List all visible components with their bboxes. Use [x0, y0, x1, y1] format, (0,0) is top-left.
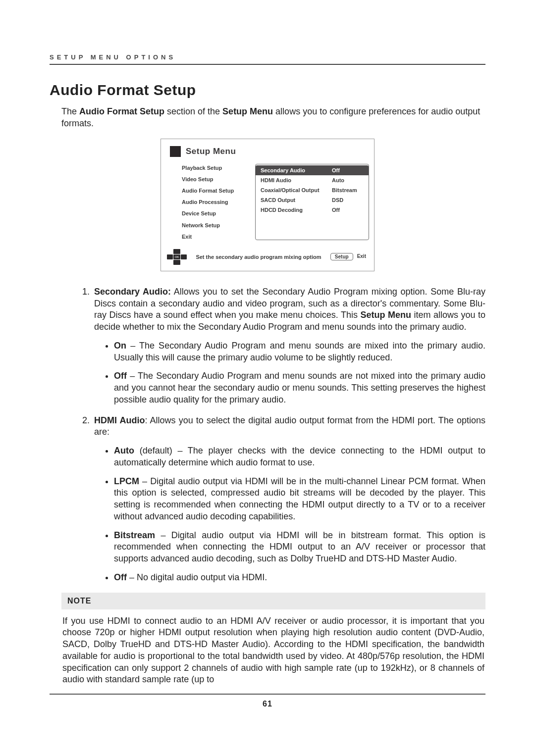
nav-item[interactable]: Audio Format Setup — [182, 188, 255, 194]
text: (default) – The player checks with the d… — [114, 446, 485, 467]
text: – Digital audio output via HDMI will be … — [114, 476, 485, 521]
option-row[interactable]: HDMI Audio Auto — [256, 175, 369, 185]
note-body: If you use HDMI to connect audio to an H… — [61, 609, 485, 686]
text: – No digital audio output via HDMI. — [127, 572, 267, 582]
term: HDMI Audio — [94, 415, 145, 425]
option-label: HDCD Decoding — [261, 207, 332, 213]
setup-menu-options-panel: Secondary Audio Off HDMI Audio Auto Coax… — [255, 164, 369, 240]
option-label: SACD Output — [261, 197, 332, 203]
term: Off — [114, 572, 127, 582]
setup-menu-titlebar: Setup Menu — [161, 139, 374, 162]
nav-item[interactable]: Network Setup — [182, 222, 255, 229]
bullet-list: Auto (default) – The player checks with … — [94, 445, 485, 584]
dpad-ok-label: OK — [173, 254, 180, 259]
section-title: Audio Format Setup — [50, 82, 485, 99]
bullet-list: On – The Secondary Audio Program and men… — [94, 340, 485, 406]
option-row[interactable]: HDCD Decoding Off — [256, 205, 369, 215]
text: : Allows you to select the digital audio… — [94, 415, 485, 437]
logo-square-icon — [170, 146, 181, 157]
term: Setup Menu — [361, 310, 412, 320]
nav-item[interactable]: Playback Setup — [182, 165, 255, 171]
nav-item[interactable]: Exit — [182, 234, 255, 240]
text-bold: Audio Format Setup — [79, 106, 164, 116]
option-row[interactable]: SACD Output DSD — [256, 195, 369, 205]
text: – The Secondary Audio Program and menu s… — [114, 341, 485, 362]
bullet-item: LPCM – Digital audio output via HDMI wil… — [114, 476, 485, 523]
term: LPCM — [114, 476, 139, 486]
setup-menu-hint: Set the secondary audio program mixing o… — [196, 254, 321, 260]
note-heading: NOTE — [61, 593, 485, 609]
footer-rule — [50, 694, 485, 695]
setup-button[interactable]: Setup — [330, 253, 353, 260]
intro-paragraph: The Audio Format Setup section of the Se… — [61, 105, 485, 130]
option-value: Off — [332, 167, 364, 173]
option-label: HDMI Audio — [261, 177, 332, 183]
term: Bitstream — [114, 530, 155, 540]
dpad-icon: OK — [167, 249, 187, 265]
bullet-item: Auto (default) – The player checks with … — [114, 445, 485, 469]
option-value: Auto — [332, 177, 364, 183]
text: The — [61, 106, 79, 116]
option-label: Coaxial/Optical Output — [261, 187, 332, 193]
note-block: NOTE If you use HDMI to connect audio to… — [61, 593, 485, 686]
term: On — [114, 341, 126, 351]
setup-menu-buttons: Setup Exit — [330, 253, 368, 260]
term: Auto — [114, 446, 134, 455]
option-value: DSD — [332, 197, 364, 203]
option-value: Bitstream — [332, 187, 364, 193]
setup-menu-nav: Playback Setup Video Setup Audio Format … — [182, 164, 255, 240]
nav-item[interactable]: Device Setup — [182, 210, 255, 217]
setup-menu-footer: OK Set the secondary audio program mixin… — [161, 244, 374, 271]
list-item: HDMI Audio: Allows you to select the dig… — [92, 415, 485, 584]
nav-item[interactable]: Audio Processing — [182, 199, 255, 205]
option-row[interactable]: Coaxial/Optical Output Bitstream — [256, 185, 369, 195]
option-value: Off — [332, 207, 364, 213]
setup-menu-screenshot: Setup Menu Playback Setup Video Setup Au… — [160, 139, 374, 271]
bullet-item: Bitstream – Digital audio output via HDM… — [114, 530, 485, 565]
nav-item[interactable]: Video Setup — [182, 176, 255, 183]
term: Secondary Audio: — [94, 287, 171, 297]
bullet-item: Off – No digital audio output via HDMI. — [114, 572, 485, 584]
text: – Digital audio output via HDMI will be … — [114, 530, 485, 564]
text-bold: Setup Menu — [222, 106, 273, 116]
page-number: 61 — [0, 700, 535, 708]
exit-label: Exit — [355, 253, 368, 260]
list-item: Secondary Audio: Allows you to set the S… — [92, 286, 485, 406]
text: – The Secondary Audio Program and menu s… — [114, 371, 485, 404]
option-label: Secondary Audio — [261, 167, 332, 173]
setup-menu-body: Playback Setup Video Setup Audio Format … — [161, 162, 374, 244]
text: section of the — [164, 106, 222, 116]
running-head: SETUP MENU OPTIONS — [50, 53, 485, 65]
term: Off — [114, 371, 127, 381]
page: SETUP MENU OPTIONS Audio Format Setup Th… — [0, 0, 535, 756]
bullet-item: Off – The Secondary Audio Program and me… — [114, 370, 485, 405]
setup-menu-title: Setup Menu — [186, 147, 236, 156]
body-text: Secondary Audio: Allows you to set the S… — [66, 286, 485, 584]
numbered-list: Secondary Audio: Allows you to set the S… — [66, 286, 485, 584]
option-row-selected[interactable]: Secondary Audio Off — [256, 165, 369, 175]
bullet-item: On – The Secondary Audio Program and men… — [114, 340, 485, 364]
